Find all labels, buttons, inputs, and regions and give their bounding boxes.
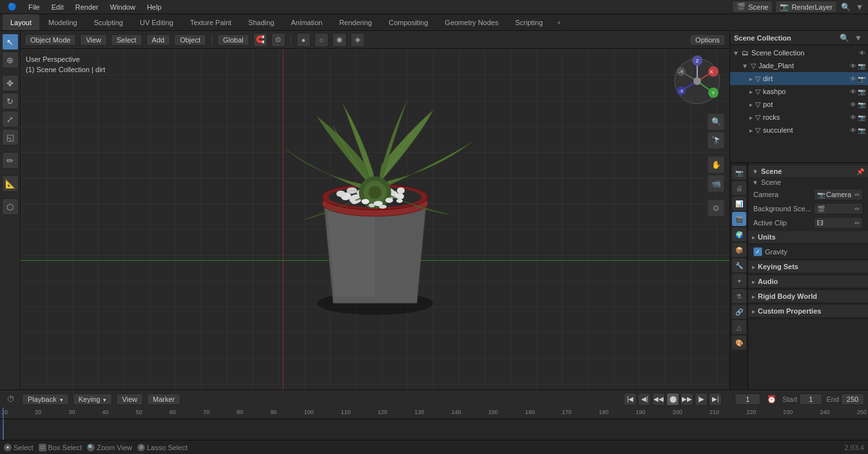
rocks-eye-btn[interactable]: 👁 <box>850 114 856 121</box>
props-view-layer-btn[interactable]: 📊 <box>732 196 746 211</box>
select-cursor-tool[interactable]: ↖ <box>2 33 19 50</box>
outliner-filter-btn[interactable]: ▼ <box>853 32 864 44</box>
suc-render-btn[interactable]: 📷 <box>858 127 865 134</box>
outliner-item-rocks[interactable]: ▸ ▽ rocks 👁 📷 <box>730 111 868 124</box>
cursor-tool[interactable]: ⊕ <box>2 52 19 68</box>
scene-selector[interactable]: 🎬 Scene <box>732 1 773 13</box>
play-btn[interactable]: ▶▶ <box>680 393 693 406</box>
scene-subsection-header[interactable]: ▼ Scene <box>748 177 868 187</box>
filter-btn[interactable]: ▼ <box>854 1 865 13</box>
zoom-status-item[interactable]: 🔍 Zoom View <box>87 444 132 451</box>
active-clip-value-btn[interactable]: 🎞 ✏ <box>814 217 863 229</box>
audio-header[interactable]: ▸ Audio <box>748 276 868 287</box>
props-data-btn[interactable]: △ <box>732 320 746 334</box>
snap-toggle[interactable]: 🧲 <box>253 33 267 47</box>
jump-start-btn[interactable]: |◀ <box>624 393 637 406</box>
props-particles-btn[interactable]: ✦ <box>732 274 746 288</box>
rocks-render-btn[interactable]: 📷 <box>858 114 865 121</box>
current-frame-input[interactable]: 1 <box>735 393 760 405</box>
camera-value-btn[interactable]: 📷 Camera ✏ <box>814 189 863 200</box>
props-modifier-btn[interactable]: 🔧 <box>732 258 746 272</box>
outliner-item-pot[interactable]: ▸ ▽ pot 👁 📷 <box>730 98 868 111</box>
jump-end-btn[interactable]: ▶| <box>709 393 722 406</box>
sc-eye-btn[interactable]: 👁 <box>859 50 865 57</box>
tab-compositing[interactable]: Compositing <box>381 14 436 30</box>
dirt-arrow[interactable]: ▸ <box>749 75 753 82</box>
custom-props-header[interactable]: ▸ Custom Properties <box>748 305 868 317</box>
pot-arrow[interactable]: ▸ <box>749 101 753 108</box>
lasso-status-item[interactable]: ⊘ Lasso Select <box>137 444 188 451</box>
outliner-search-btn[interactable]: 🔍 <box>838 32 850 44</box>
viewport-shading-solid[interactable]: ● <box>296 33 311 47</box>
renderlayer-selector[interactable]: 📷 RenderLayer <box>775 1 837 13</box>
tab-shading[interactable]: Shading <box>240 14 282 30</box>
props-output-btn[interactable]: 🖨 <box>732 181 746 195</box>
props-object-btn[interactable]: 📦 <box>732 243 746 257</box>
suc-arrow[interactable]: ▸ <box>749 127 753 134</box>
keying-icon-btn[interactable]: ⏰ <box>764 392 778 406</box>
props-render-btn[interactable]: 📷 <box>732 166 746 180</box>
pot-render-btn[interactable]: 📷 <box>858 101 865 108</box>
blender-logo[interactable]: 🔵 <box>3 1 22 12</box>
outliner-item-dirt[interactable]: ▸ ▽ dirt 👁 📷 <box>730 72 868 85</box>
props-world-btn[interactable]: 🌍 <box>732 227 746 241</box>
pan-btn[interactable]: ✋ <box>708 156 724 173</box>
sc-arrow[interactable]: ▼ <box>733 50 739 57</box>
start-frame-input[interactable]: 1 <box>799 393 822 405</box>
tab-geometry-nodes[interactable]: Geometry Nodes <box>437 14 506 30</box>
kashpo-arrow[interactable]: ▸ <box>749 88 753 95</box>
viewport-3d[interactable]: User Perspective (1) Scene Collection | … <box>21 49 729 390</box>
jp-arrow[interactable]: ▼ <box>742 62 748 70</box>
viewport-shading-material[interactable]: ◉ <box>333 33 347 47</box>
timeline-type-btn[interactable]: ⏱ <box>4 392 18 406</box>
add-menu-btn[interactable]: Add <box>146 34 171 46</box>
transform-tool[interactable]: ◱ <box>2 129 19 146</box>
search-btn[interactable]: 🔍 <box>840 1 851 13</box>
suc-eye-btn[interactable]: 👁 <box>850 127 856 134</box>
tab-layout[interactable]: Layout <box>3 14 39 30</box>
jp-eye-btn[interactable]: 👁 <box>850 62 856 70</box>
bg-scene-value-btn[interactable]: 🎬 ✏ <box>814 203 863 214</box>
proportional-edit-btn[interactable]: ⊙ <box>271 33 285 47</box>
outliner-item-jade-plant[interactable]: ▼ ▽ Jade_Plant 👁 📷 <box>730 59 868 72</box>
navigation-gizmo[interactable]: X -X Y -Y Z <box>671 55 723 107</box>
props-material-btn[interactable]: 🎨 <box>732 336 746 350</box>
transform-orientation-btn[interactable]: Global <box>217 34 249 46</box>
bg-scene-edit-icon[interactable]: ✏ <box>854 205 860 213</box>
menu-edit[interactable]: Edit <box>46 2 69 12</box>
step-back-btn[interactable]: ◀| <box>638 393 651 406</box>
tab-rendering[interactable]: Rendering <box>331 14 380 30</box>
scene-section-pin[interactable]: 📌 <box>856 168 864 175</box>
units-header[interactable]: ▸ Units <box>748 231 868 243</box>
gravity-checkbox[interactable]: ✓ <box>753 247 762 256</box>
options-btn[interactable]: Options <box>690 34 726 46</box>
pot-eye-btn[interactable]: 👁 <box>850 101 856 108</box>
outliner-item-scene-collection[interactable]: ▼ 🗂 Scene Collection 👁 <box>730 46 868 59</box>
end-frame-input[interactable]: 250 <box>841 393 864 405</box>
tab-animation[interactable]: Animation <box>284 14 331 30</box>
rocks-arrow[interactable]: ▸ <box>749 114 753 121</box>
kashpo-eye-btn[interactable]: 👁 <box>850 88 856 95</box>
add-cube-tool[interactable]: ⬡ <box>2 198 19 215</box>
scale-tool[interactable]: ⤢ <box>2 111 19 128</box>
view-menu-btn-tl[interactable]: View <box>116 393 143 405</box>
keying-sets-header[interactable]: ▸ Keying Sets <box>748 261 868 272</box>
tab-scripting[interactable]: Scripting <box>507 14 550 30</box>
zoom-in-btn[interactable]: 🔍 <box>708 113 724 130</box>
dirt-render-btn[interactable]: 📷 <box>858 75 865 82</box>
timeline-ruler[interactable]: 10 20 30 40 50 60 70 80 90 100 110 120 1… <box>0 408 868 419</box>
tab-texture-paint[interactable]: Texture Paint <box>182 14 239 30</box>
active-clip-edit-icon[interactable]: ✏ <box>854 220 860 227</box>
step-fwd-btn[interactable]: |▶ <box>695 393 708 406</box>
proportional-btn[interactable]: ⊙ <box>708 200 724 216</box>
dirt-eye-btn[interactable]: 👁 <box>850 75 856 82</box>
outliner-item-kashpo[interactable]: ▸ ▽ kashpo 👁 📷 <box>730 85 868 98</box>
box-select-status-item[interactable]: □ Box Select <box>39 444 82 451</box>
rigid-body-header[interactable]: ▸ Rigid Body World <box>748 290 868 302</box>
props-constraints-btn[interactable]: 🔗 <box>732 305 746 319</box>
viewport-shading-wire[interactable]: ○ <box>314 33 329 47</box>
menu-help[interactable]: Help <box>142 2 167 12</box>
timeline-track[interactable] <box>0 419 868 440</box>
jp-render-btn[interactable]: 📷 <box>858 62 865 70</box>
rotate-tool[interactable]: ↻ <box>2 93 19 109</box>
